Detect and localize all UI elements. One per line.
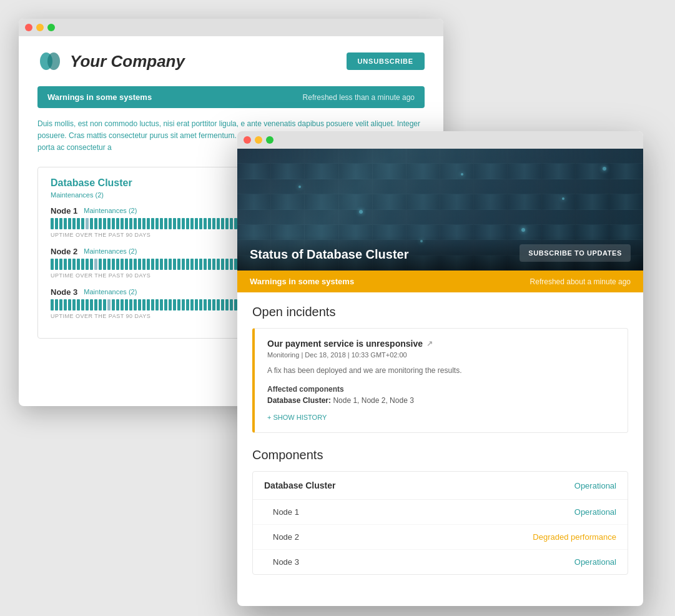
component-group-status: Operational (574, 481, 616, 490)
back-node3-maintenance: Maintenances (2) (84, 288, 137, 296)
component-group-header: Database Cluster Operational (253, 472, 628, 500)
front-warning-banner: Warnings in some systems Refreshed about… (237, 271, 643, 292)
components-title: Components (252, 448, 628, 462)
affected-cluster-name: Database Cluster: (267, 396, 331, 405)
front-window: Status of Database Cluster SUBSCRIBE TO … (237, 131, 643, 606)
show-history-link[interactable]: + SHOW HISTORY (267, 414, 327, 421)
node2-item-status: Degraded performance (533, 532, 616, 542)
incident-monitoring: Monitoring (267, 351, 299, 359)
component-item-node1: Node 1 Operational (253, 500, 628, 525)
hero-title: Status of Database Cluster (250, 247, 409, 262)
front-main-content: Open incidents Our payment service is un… (237, 292, 643, 606)
incident-title-text: Our payment service is unresponsive (267, 339, 423, 349)
svg-point-1 (47, 52, 60, 70)
subscribe-button[interactable]: SUBSCRIBE TO UPDATES (520, 244, 631, 262)
external-link-icon: ↗ (426, 339, 433, 348)
front-titlebar (237, 131, 643, 149)
back-titlebar (19, 19, 443, 36)
company-logo-icon (37, 49, 62, 74)
node1-item-name: Node 1 (273, 507, 299, 517)
affected-label: Affected components (267, 385, 615, 394)
front-traffic-light-red[interactable] (244, 136, 251, 144)
back-status-label: Warnings in some systems (47, 92, 152, 102)
incident-date: Dec 18, 2018 | 10:33 GMT+02:00 (305, 351, 406, 359)
back-node2-name: Node 2 (51, 247, 77, 256)
node3-item-status: Operational (574, 557, 616, 567)
incident-title: Our payment service is unresponsive ↗ (267, 339, 615, 349)
back-status-banner: Warnings in some systems Refreshed less … (37, 86, 425, 108)
traffic-light-red[interactable] (25, 24, 32, 31)
incident-card: Our payment service is unresponsive ↗ Mo… (252, 328, 628, 433)
front-warning-refresh: Refreshed about a minute ago (530, 277, 631, 286)
company-name: Your Company (70, 52, 185, 71)
unsubscribe-button[interactable]: UNSUBSCRIBE (347, 52, 425, 70)
hero-overlay: Status of Database Cluster SUBSCRIBE TO … (237, 236, 643, 271)
node3-item-name: Node 3 (273, 557, 299, 567)
traffic-light-green[interactable] (47, 24, 55, 31)
logo-area: Your Company (37, 49, 185, 74)
front-traffic-light-yellow[interactable] (255, 136, 262, 144)
affected-nodes: Node 1, Node 2, Node 3 (333, 396, 413, 405)
back-refresh-text: Refreshed less than a minute ago (303, 93, 415, 102)
back-node2-maintenance: Maintenances (2) (84, 247, 137, 255)
front-traffic-light-green[interactable] (266, 136, 273, 144)
back-header: Your Company UNSUBSCRIBE (37, 49, 425, 74)
incident-description: A fix has been deployed and we are monit… (267, 365, 615, 376)
open-incidents-title: Open incidents (252, 305, 628, 319)
back-node1-maintenance: Maintenances (2) (84, 207, 137, 214)
component-item-node3: Node 3 Operational (253, 550, 628, 574)
node2-item-name: Node 2 (273, 532, 299, 542)
affected-components: Database Cluster: Node 1, Node 2, Node 3 (267, 396, 615, 405)
back-node3-name: Node 3 (51, 287, 77, 297)
component-item-node2: Node 2 Degraded performance (253, 525, 628, 550)
back-node1-name: Node 1 (51, 206, 77, 216)
components-card: Database Cluster Operational Node 1 Oper… (252, 471, 628, 575)
component-group-name: Database Cluster (264, 480, 335, 490)
node1-item-status: Operational (574, 507, 616, 517)
hero-section: Status of Database Cluster SUBSCRIBE TO … (237, 149, 643, 271)
traffic-light-yellow[interactable] (36, 24, 44, 31)
front-warning-label: Warnings in some systems (250, 277, 354, 286)
incident-meta: Monitoring | Dec 18, 2018 | 10:33 GMT+02… (267, 351, 615, 359)
